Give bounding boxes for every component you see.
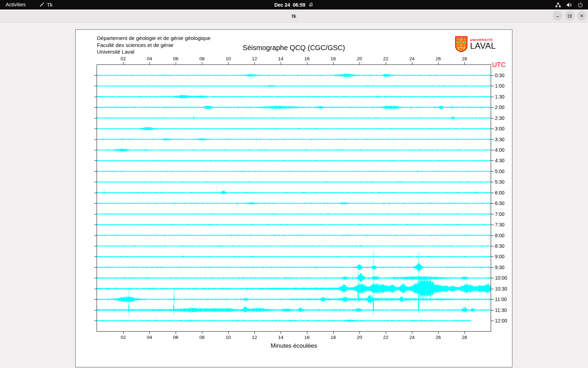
row-time-label: 3:30 [495, 137, 504, 142]
row-tick-right [491, 321, 494, 321]
row-tick-left [94, 299, 97, 300]
row-time-label: 6:30 [495, 200, 504, 206]
utc-axis-label: UTC [492, 61, 506, 69]
clock-area: Dec 24 06:59 [0, 0, 588, 9]
row-tick-right [491, 75, 494, 76]
row-time-label: 1:30 [495, 94, 504, 100]
row-tick-left [94, 139, 97, 140]
row-time-label: 7:30 [495, 222, 504, 227]
x-tick-top [281, 62, 281, 64]
x-tick-label-bottom: 28 [458, 335, 470, 340]
x-tick-bottom [149, 332, 150, 334]
row-tick-right [491, 86, 494, 86]
window-titlebar[interactable]: tk [0, 9, 588, 22]
x-tick-bottom [307, 332, 307, 334]
row-time-label: 7:00 [495, 211, 504, 217]
row-tick-left [94, 75, 97, 76]
x-tick-label-bottom: 12 [248, 335, 260, 340]
x-tick-top [412, 62, 412, 64]
x-tick-top [307, 62, 307, 64]
x-tick-top [149, 62, 150, 64]
row-time-label: 10:00 [495, 275, 507, 281]
tk-app-icon [39, 2, 44, 7]
x-tick-label-top: 20 [354, 56, 365, 61]
row-tick-right [491, 161, 494, 161]
row-tick-left [94, 193, 97, 193]
x-tick-label-bottom: 26 [432, 335, 444, 340]
row-time-label: 4:00 [495, 147, 504, 153]
system-status-area[interactable] [555, 0, 583, 9]
x-tick-label-top: 18 [327, 56, 339, 61]
x-tick-label-bottom: 14 [275, 335, 287, 340]
volume-icon [566, 2, 572, 8]
x-tick-top [464, 62, 465, 64]
row-tick-left [94, 86, 97, 86]
row-time-label: 2:00 [495, 104, 504, 110]
x-tick-label-bottom: 24 [406, 335, 418, 340]
x-tick-top [123, 62, 124, 64]
x-tick-label-bottom: 04 [144, 335, 155, 340]
row-tick-left [94, 246, 97, 246]
x-tick-bottom [254, 332, 255, 334]
laval-logo-laval: LAVAL [470, 42, 496, 50]
x-tick-bottom [176, 332, 176, 334]
row-tick-right [491, 129, 494, 129]
x-tick-top [228, 62, 229, 64]
row-tick-left [94, 203, 97, 204]
row-tick-right [491, 289, 494, 289]
x-tick-label-bottom: 16 [301, 335, 313, 340]
x-tick-label-bottom: 10 [222, 335, 234, 340]
row-time-label: 10:30 [495, 286, 507, 292]
x-tick-label-bottom: 22 [380, 335, 392, 340]
row-tick-left [94, 267, 97, 268]
minimize-button[interactable] [553, 11, 562, 21]
activities-button[interactable]: Activities [6, 0, 26, 9]
x-tick-bottom [464, 332, 465, 334]
row-tick-right [491, 310, 494, 311]
x-tick-label-bottom: 18 [327, 335, 339, 340]
row-tick-left [94, 278, 97, 278]
row-tick-right [491, 214, 494, 214]
power-icon [578, 2, 583, 8]
x-tick-bottom [202, 332, 202, 334]
seismogram-traces-canvas [97, 65, 491, 331]
row-tick-right [491, 246, 494, 246]
close-button[interactable] [577, 11, 587, 21]
x-tick-label-top: 28 [458, 56, 470, 61]
row-tick-right [491, 267, 494, 268]
x-tick-bottom [281, 332, 281, 334]
x-tick-top [386, 62, 386, 64]
x-tick-label-top: 22 [380, 56, 392, 61]
laval-logo-shield [455, 36, 468, 52]
x-tick-label-bottom: 02 [117, 335, 129, 340]
x-tick-bottom [386, 332, 386, 334]
row-tick-right [491, 118, 494, 118]
row-tick-right [491, 225, 494, 225]
row-tick-left [94, 182, 97, 182]
row-tick-right [491, 278, 494, 278]
row-tick-right [491, 299, 494, 300]
row-tick-right [491, 139, 494, 140]
x-tick-label-top: 24 [406, 56, 418, 61]
row-tick-left [94, 321, 97, 321]
row-tick-right [491, 150, 494, 150]
row-time-label: 2:30 [495, 115, 504, 121]
app-indicator[interactable]: Tk [39, 0, 52, 9]
row-time-label: 5:30 [495, 179, 504, 185]
row-tick-right [491, 182, 494, 182]
x-tick-top [202, 62, 202, 64]
x-tick-label-top: 04 [144, 56, 155, 61]
notifications-muted-bell-icon [308, 2, 314, 7]
maximize-button[interactable] [565, 11, 575, 21]
x-tick-top [359, 62, 360, 64]
clock[interactable]: Dec 24 06:59 [274, 2, 306, 8]
row-time-label: 9:00 [495, 254, 504, 259]
row-tick-right [491, 171, 494, 172]
laval-logo-text: UNIVERSITÉ LAVAL [470, 38, 496, 50]
row-tick-right [491, 107, 494, 108]
row-time-label: 11:00 [495, 297, 507, 302]
x-tick-label-bottom: 08 [196, 335, 208, 340]
x-tick-label-top: 10 [222, 56, 234, 61]
row-tick-left [94, 129, 97, 129]
x-tick-bottom [333, 332, 334, 334]
